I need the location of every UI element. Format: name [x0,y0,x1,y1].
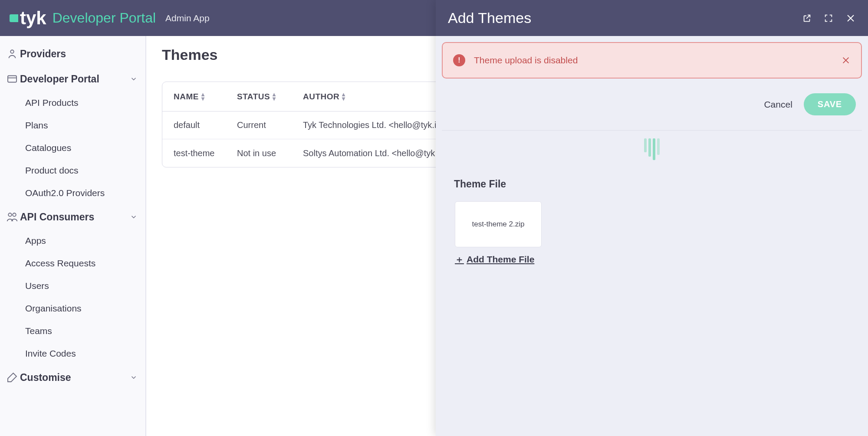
sidebar-section-developer-portal[interactable]: Developer Portal [0,66,145,92]
section-label-theme-file: Theme File [442,170,862,195]
sidebar-item-label: Plans [25,120,48,130]
customise-icon [4,371,20,384]
svg-point-2 [8,213,12,216]
chevron-down-icon [130,213,138,221]
dev-portal-icon [4,72,20,85]
open-external-icon[interactable] [802,13,812,23]
sidebar-item-plans[interactable]: Plans [0,114,145,137]
column-label: NAME [174,92,199,102]
cell-status: Not in use [237,148,303,158]
save-button[interactable]: SAVE [804,93,856,115]
sidebar-item-catalogues[interactable]: Catalogues [0,137,145,159]
uploaded-file-chip[interactable]: test-theme 2.zip [455,201,542,247]
providers-icon [4,47,20,60]
tyk-logo: tyk [10,8,46,29]
cell-name: test-theme [162,148,237,158]
sidebar-item-api-products[interactable]: API Products [0,92,145,114]
sidebar-section-label: Providers [20,48,66,60]
svg-rect-1 [8,76,16,82]
drawer-header: Add Themes [436,0,868,36]
sidebar-item-apps[interactable]: Apps [0,229,145,252]
sort-icon: ▴▾ [342,92,345,101]
svg-point-0 [10,50,14,53]
svg-point-3 [13,213,16,216]
chevron-down-icon [130,374,138,381]
sidebar-item-label: Invite Codes [25,348,76,358]
sidebar-item-label: Users [25,281,49,291]
logo-block: tyk Developer Portal [10,8,156,29]
column-label: STATUS [237,92,270,102]
sort-icon: ▴▾ [201,92,205,101]
sidebar-section-label: API Consumers [20,211,94,223]
sidebar-item-label: Organisations [25,303,82,313]
column-header-status[interactable]: STATUS ▴▾ [237,92,303,102]
logo-text: tyk [20,8,46,29]
api-consumers-icon [4,210,20,223]
sidebar-item-label: OAuth2.0 Providers [25,188,105,198]
add-themes-drawer: Add Themes ! Theme upload is disabled Ca… [436,0,868,436]
sidebar-item-label: Catalogues [25,143,71,153]
sidebar-section-api-consumers[interactable]: API Consumers [0,204,145,229]
sidebar-item-label: Access Requests [25,258,95,268]
sidebar-item-label: API Products [25,98,79,108]
sort-icon: ▴▾ [273,92,276,101]
column-label: AUTHOR [303,92,339,102]
sidebar-item-invite-codes[interactable]: Invite Codes [0,342,145,365]
sidebar-section-label: Developer Portal [20,73,99,85]
plus-icon: ＋ [455,253,464,266]
sidebar-item-teams[interactable]: Teams [0,320,145,342]
sidebar-item-users[interactable]: Users [0,275,145,297]
cell-status: Current [237,120,303,130]
close-icon[interactable] [845,13,856,23]
sidebar-item-access-requests[interactable]: Access Requests [0,252,145,275]
sidebar-item-providers[interactable]: Providers [0,41,145,66]
file-name: test-theme 2.zip [472,220,525,229]
product-name: Developer Portal [53,10,156,26]
cancel-button[interactable]: Cancel [764,93,792,115]
sidebar-item-product-docs[interactable]: Product docs [0,159,145,182]
loading-indicator-icon [442,131,862,170]
drawer-title: Add Themes [448,10,531,26]
add-theme-file-link[interactable]: ＋ Add Theme File [455,253,534,266]
sidebar-item-label: Teams [25,326,52,336]
column-header-name[interactable]: NAME ▴▾ [162,92,237,102]
logo-chip-icon [10,14,18,22]
drawer-action-row: Cancel SAVE [442,79,862,131]
expand-icon[interactable] [824,13,833,23]
sidebar-section-customise[interactable]: Customise [0,365,145,390]
error-alert: ! Theme upload is disabled [442,42,862,79]
app-label: Admin App [165,13,210,23]
alert-close-icon[interactable] [841,56,851,65]
alert-icon: ! [453,54,465,66]
sidebar: Providers Developer Portal API Products … [0,36,146,436]
chevron-down-icon [130,75,138,83]
sidebar-item-label: Apps [25,236,46,246]
sidebar-section-label: Customise [20,372,71,384]
sidebar-item-label: Product docs [25,165,79,175]
sidebar-item-oauth2-providers[interactable]: OAuth2.0 Providers [0,182,145,204]
sidebar-item-organisations[interactable]: Organisations [0,297,145,320]
cell-name: default [162,120,237,130]
add-file-label: Add Theme File [467,254,534,265]
alert-text: Theme upload is disabled [474,55,578,66]
